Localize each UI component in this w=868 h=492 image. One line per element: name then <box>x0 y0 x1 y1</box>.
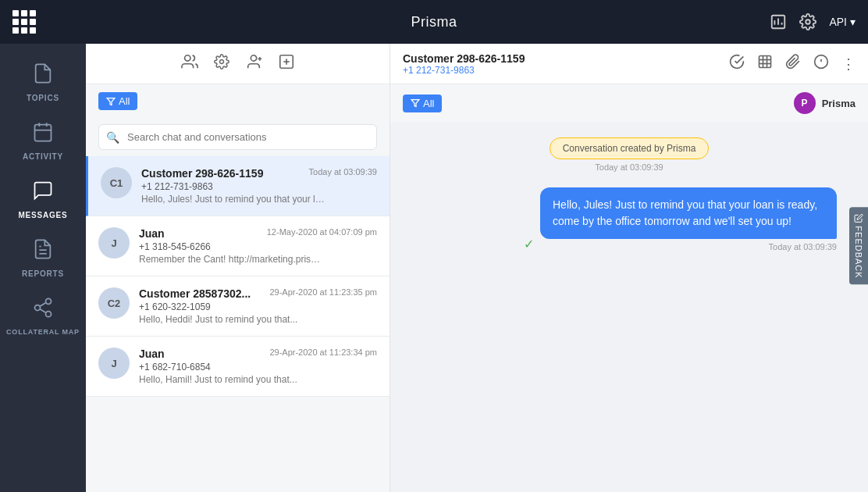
topics-icon <box>32 62 54 89</box>
avatar-c1: C1 <box>101 167 132 198</box>
svg-point-4 <box>806 20 811 24</box>
paperclip-icon[interactable] <box>785 54 801 73</box>
check-circle-icon[interactable] <box>729 54 745 73</box>
chat-filter-bar: All P Prisma <box>390 84 868 122</box>
svg-rect-25 <box>760 56 771 68</box>
conv-content-c1: Customer 298-626-1159 Today at 03:09:39 … <box>141 167 377 205</box>
avatar-c2: C2 <box>98 287 130 319</box>
search-icon: 🔍 <box>106 131 119 144</box>
conv-preview-j2: Hello, Hamil! Just to remind you that... <box>139 374 326 385</box>
chat-all-filter-button[interactable]: All <box>403 94 442 112</box>
group-icon[interactable] <box>181 53 198 74</box>
chat-header-left: Customer 298-626-1159 +1 212-731-9863 <box>403 52 525 76</box>
conv-phone-c1: +1 212-731-9863 <box>141 181 377 192</box>
conv-preview-j1: Remember the Cant! http://marketing.pris… <box>139 254 326 265</box>
conv-name-c2: Customer 28587302... <box>139 287 251 300</box>
left-sidebar: TOPICS ACTIVITY MESSAGES <box>0 44 86 492</box>
sidebar-item-activity[interactable]: ACTIVITY <box>0 112 86 170</box>
agent-name: Prisma <box>822 98 856 109</box>
top-bar: Prisma API ▾ <box>0 0 868 44</box>
agent-badge: P Prisma <box>794 92 856 114</box>
conv-item-c2[interactable]: C2 Customer 28587302... 29-Apr-2020 at 1… <box>86 276 390 337</box>
message-time-0: Today at 03:09:39 <box>540 242 837 251</box>
conv-time-c1: Today at 03:09:39 <box>309 167 377 176</box>
reports-icon <box>32 238 54 265</box>
svg-point-16 <box>184 55 190 61</box>
conv-header-j1: Juan 12-May-2020 at 04:07:09 pm <box>139 227 377 240</box>
top-bar-left <box>12 10 36 34</box>
main-layout: TOPICS ACTIVITY MESSAGES <box>0 44 868 492</box>
chat-customer-name: Customer 298-626-1159 <box>403 52 525 65</box>
message-row-0: ✓ Hello, Jules! Just to remind you that … <box>422 187 837 251</box>
avatar-j2: J <box>98 348 130 379</box>
conv-phone-c2: +1 620-322-1059 <box>139 301 377 312</box>
conv-item-c1[interactable]: C1 Customer 298-626-1159 Today at 03:09:… <box>86 156 390 216</box>
chat-header: Customer 298-626-1159 +1 212-731-9863 ⋮ <box>390 44 868 84</box>
reports-label: REPORTS <box>22 269 64 278</box>
avatar-j1: J <box>98 227 130 258</box>
chat-messages: Conversation created by Prisma Today at … <box>390 122 868 492</box>
conv-filter-bar: All <box>86 84 390 118</box>
settings-icon-button[interactable] <box>799 13 816 30</box>
sidebar-item-topics[interactable]: TOPICS <box>0 53 86 112</box>
conv-time-j2: 29-Apr-2020 at 11:23:34 pm <box>269 348 377 357</box>
search-box: 🔍 <box>98 124 377 150</box>
chat-panel: Customer 298-626-1159 +1 212-731-9863 ⋮ <box>390 44 868 492</box>
svg-line-15 <box>40 303 46 307</box>
system-time: Today at 03:09:39 <box>595 162 663 172</box>
conv-content-c2: Customer 28587302... 29-Apr-2020 at 11:2… <box>139 287 377 325</box>
info-icon[interactable] <box>813 54 829 73</box>
activity-label: ACTIVITY <box>23 152 63 161</box>
topics-label: TOPICS <box>27 94 59 102</box>
collateral-map-label: COLLATERAL MAP <box>6 328 80 336</box>
conv-item-j2[interactable]: J Juan 29-Apr-2020 at 11:23:34 pm +1 682… <box>86 337 390 397</box>
conversation-list: C1 Customer 298-626-1159 Today at 03:09:… <box>86 156 390 492</box>
feedback-tab[interactable]: FEEDBACK <box>849 207 868 284</box>
compose-icon[interactable] <box>278 53 295 74</box>
conv-preview-c1: Hello, Jules! Just to remind you that yo… <box>141 194 329 205</box>
activity-icon <box>32 121 54 148</box>
messages-icon <box>32 180 54 206</box>
more-options-icon[interactable]: ⋮ <box>841 55 856 73</box>
message-bubble-0: Hello, Jules! Just to remind you that yo… <box>540 187 837 239</box>
app-title: Prisma <box>411 14 457 30</box>
chat-customer-phone: +1 212-731-9863 <box>403 65 525 76</box>
svg-point-13 <box>46 312 52 317</box>
top-bar-right: API ▾ <box>770 13 856 30</box>
conv-name-j2: Juan <box>139 348 165 360</box>
table-icon[interactable] <box>757 54 773 73</box>
agent-avatar: P <box>794 92 816 114</box>
svg-point-11 <box>46 298 52 304</box>
svg-rect-5 <box>35 125 52 141</box>
svg-point-18 <box>251 55 256 61</box>
user-settings-icon[interactable] <box>245 53 262 74</box>
sidebar-item-reports[interactable]: REPORTS <box>0 229 86 287</box>
conv-preview-c2: Hello, Heddi! Just to remind you that... <box>139 314 326 325</box>
search-input[interactable] <box>98 124 377 150</box>
feedback-tab-wrapper: FEEDBACK <box>849 207 868 284</box>
messages-label: MESSAGES <box>18 211 67 219</box>
conv-time-j1: 12-May-2020 at 04:07:09 pm <box>267 227 377 237</box>
conv-content-j1: Juan 12-May-2020 at 04:07:09 pm +1 318-5… <box>139 227 377 265</box>
conv-name-j1: Juan <box>139 227 165 240</box>
conv-header-j2: Juan 29-Apr-2020 at 11:23:34 pm <box>139 348 377 360</box>
conv-phone-j1: +1 318-545-6266 <box>139 241 377 252</box>
svg-line-14 <box>40 309 46 313</box>
collateral-map-icon <box>32 297 54 323</box>
settings-panel-icon[interactable] <box>214 54 229 73</box>
system-message: Conversation created by Prisma <box>550 137 710 159</box>
api-button[interactable]: API ▾ <box>829 16 856 28</box>
all-filter-button[interactable]: All <box>98 92 137 110</box>
conv-header-c2: Customer 28587302... 29-Apr-2020 at 11:2… <box>139 287 377 300</box>
chart-icon-button[interactable] <box>770 13 787 30</box>
svg-point-17 <box>219 60 223 64</box>
svg-marker-33 <box>411 100 419 107</box>
conv-phone-j2: +1 682-710-6854 <box>139 362 377 373</box>
sidebar-item-collateral-map[interactable]: COLLATERAL MAP <box>0 287 86 345</box>
message-check-icon: ✓ <box>524 237 534 251</box>
grid-icon[interactable] <box>12 10 36 34</box>
conv-time-c2: 29-Apr-2020 at 11:23:35 pm <box>269 287 377 297</box>
chat-header-actions: ⋮ <box>729 54 856 73</box>
conv-item-j1[interactable]: J Juan 12-May-2020 at 04:07:09 pm +1 318… <box>86 216 390 276</box>
sidebar-item-messages[interactable]: MESSAGES <box>0 170 86 229</box>
